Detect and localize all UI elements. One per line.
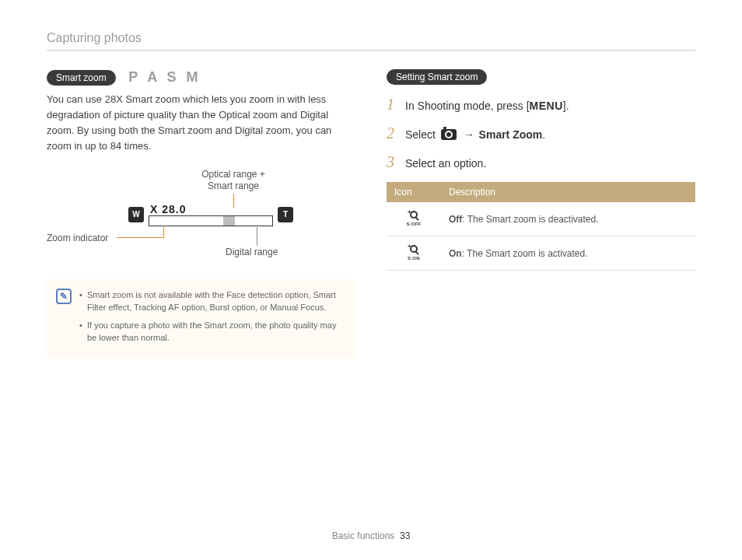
smart-zoom-off-icon: + S.OFF (405, 210, 422, 226)
smart-zoom-pill: Smart zoom (47, 70, 116, 86)
zoom-readout: X 28.0 (149, 203, 273, 215)
note-item: Smart zoom is not available with the Fac… (79, 289, 345, 314)
note-item: If you capture a photo with the Smart zo… (79, 319, 345, 345)
step-number: 3 (387, 153, 397, 171)
table-header-icon: Icon (387, 182, 441, 202)
mode-letters: P A S M (128, 69, 201, 86)
table-row: + S.OFF Off: The Smart zoom is deactivat… (387, 202, 695, 236)
breadcrumb: Capturing photos (47, 31, 695, 45)
smart-zoom-paragraph: You can use 28X Smart zoom which lets yo… (47, 92, 355, 155)
t-key-icon: T (278, 207, 293, 222)
optical-range-label: Optical range + Smart range (179, 169, 288, 193)
arrow-icon: → (464, 128, 474, 141)
zoom-indicator-label: Zoom indicator (47, 233, 108, 243)
menu-glyph: MENU (530, 100, 563, 112)
left-column: Smart zoom P A S M You can use 28X Smart… (47, 69, 355, 359)
options-table: Icon Description + S.OFF Off: The Smart … (387, 182, 695, 271)
note-box: ✎ Smart zoom is not available with the F… (47, 279, 355, 359)
page-footer: Basic functions 33 (0, 530, 742, 541)
smart-zoom-on-icon: + S.ON (405, 244, 422, 261)
step-3: 3 Select an option. (387, 153, 695, 171)
table-row: + S.ON On: The Smart zoom is activated. (387, 236, 695, 271)
step-number: 1 (387, 96, 397, 114)
camera-icon (441, 129, 457, 140)
zoom-bar (149, 215, 273, 226)
step-1: 1 In Shooting mode, press [MENU]. (387, 96, 695, 114)
w-key-icon: W (128, 207, 144, 222)
note-icon: ✎ (56, 289, 72, 304)
zoom-diagram: Optical range + Smart range W X 28.0 (47, 169, 358, 262)
digital-range-label: Digital range (226, 247, 278, 257)
divider (47, 50, 695, 51)
right-column: Setting Smart zoom 1 In Shooting mode, p… (387, 69, 695, 359)
step-number: 2 (387, 124, 397, 142)
setting-smart-zoom-pill: Setting Smart zoom (387, 69, 487, 85)
step-2: 2 Select → Smart Zoom. (387, 124, 695, 142)
table-header-desc: Description (441, 182, 695, 202)
